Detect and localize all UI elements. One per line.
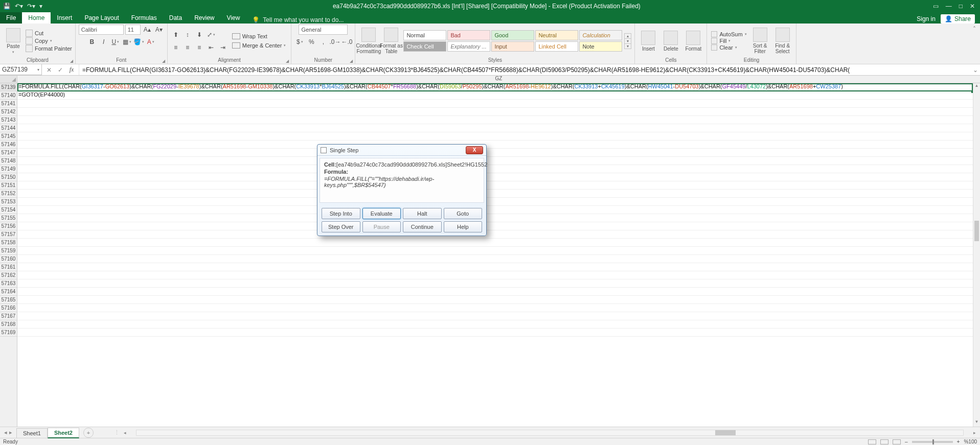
halt-button[interactable]: Halt — [403, 208, 442, 219]
scroll-left-icon[interactable]: ◂ — [122, 430, 129, 435]
save-icon[interactable]: 💾 — [3, 3, 11, 10]
format-cells-button[interactable]: Format — [683, 31, 703, 52]
row-header[interactable]: 57141 — [0, 100, 17, 108]
maximize-icon[interactable]: □ — [959, 3, 963, 10]
conditional-formatting-button[interactable]: Conditional Formatting — [358, 28, 379, 54]
row-header[interactable]: 57150 — [0, 173, 17, 181]
cut-button[interactable]: Cut — [26, 30, 72, 37]
row-header[interactable]: 57145 — [0, 132, 17, 140]
row-header[interactable]: 57167 — [0, 312, 17, 320]
row-header[interactable]: 57165 — [0, 296, 17, 304]
tab-page-layout[interactable]: Page Layout — [78, 12, 125, 24]
row-header[interactable]: 57169 — [0, 329, 17, 337]
step-into-button[interactable]: Step Into — [322, 208, 360, 219]
row-header[interactable]: 57148 — [0, 157, 17, 165]
border-button[interactable]: ▦ — [122, 37, 132, 47]
dialog-launcher-icon[interactable]: ◢ — [70, 59, 73, 63]
cell[interactable] — [17, 296, 980, 304]
dialog-launcher-icon[interactable]: ◢ — [162, 59, 165, 63]
cell[interactable] — [17, 279, 980, 288]
enter-formula-icon[interactable]: ✓ — [55, 66, 65, 74]
row-header[interactable]: 57158 — [0, 239, 17, 247]
increase-indent-button[interactable]: ⇥ — [218, 42, 228, 53]
cell[interactable] — [17, 198, 980, 206]
orientation-button[interactable]: ⤢ — [206, 30, 216, 40]
row-header[interactable]: 57139 — [0, 83, 17, 91]
zoom-slider[interactable] — [912, 441, 953, 443]
tell-me[interactable]: 💡 Tell me what you want to do... — [246, 16, 350, 24]
new-sheet-button[interactable]: + — [83, 428, 94, 438]
tab-nav[interactable]: ◂▸ — [0, 429, 16, 436]
align-right-button[interactable]: ≡ — [194, 42, 204, 53]
row-header[interactable]: 57159 — [0, 247, 17, 255]
row-header[interactable]: 57163 — [0, 279, 17, 288]
align-middle-button[interactable]: ↕ — [183, 30, 193, 40]
tab-data[interactable]: Data — [163, 12, 188, 24]
cell[interactable] — [17, 190, 980, 198]
row-header[interactable]: 57149 — [0, 165, 17, 173]
continue-button[interactable]: Continue — [403, 221, 442, 232]
decrease-decimal-button[interactable]: ←.0 — [341, 37, 352, 47]
horizontal-scrollbar[interactable]: ◂ ▸ — [120, 430, 980, 436]
ribbon-options-icon[interactable]: ▭ — [933, 3, 939, 10]
column-header-gz[interactable]: GZ — [495, 76, 503, 81]
formula-input[interactable]: =FORMULA.FILL(CHAR(GI36317-GO62613)&CHAR… — [79, 66, 971, 74]
minimize-icon[interactable]: — — [946, 3, 952, 10]
italic-button[interactable]: I — [99, 37, 109, 47]
row-header[interactable]: 57147 — [0, 149, 17, 157]
scroll-down-icon[interactable]: ▼ — [973, 419, 980, 427]
insert-function-icon[interactable]: fx — [66, 66, 77, 74]
zoom-out-button[interactable]: – — [905, 439, 908, 444]
cell[interactable] — [17, 271, 980, 279]
cell[interactable] — [17, 165, 980, 173]
row-header[interactable]: 57160 — [0, 255, 17, 263]
number-format-select[interactable] — [299, 25, 348, 35]
row-header[interactable]: 57153 — [0, 198, 17, 206]
format-as-table-button[interactable]: Format as Table — [381, 28, 401, 54]
cell[interactable] — [17, 116, 980, 124]
share-button[interactable]: 👤 Share — [941, 14, 975, 24]
style-note[interactable]: Note — [579, 41, 622, 52]
grow-font-button[interactable]: A▴ — [142, 25, 152, 35]
row-header[interactable]: 57168 — [0, 320, 17, 329]
style-input[interactable]: Input — [491, 41, 534, 52]
cell[interactable] — [17, 263, 980, 271]
pause-button[interactable]: Pause — [362, 221, 401, 232]
cell[interactable] — [17, 108, 980, 116]
clear-button[interactable]: Clear▾ — [710, 44, 747, 51]
row-header[interactable]: 57157 — [0, 230, 17, 239]
insert-cells-button[interactable]: Insert — [638, 31, 658, 52]
tab-insert[interactable]: Insert — [51, 12, 78, 24]
cell[interactable]: =FORMULA.FILL(CHAR(GI36317-GO62613)&CHAR… — [17, 83, 980, 91]
scroll-up-icon[interactable]: ▲ — [973, 83, 980, 90]
row-header[interactable]: 57162 — [0, 271, 17, 279]
cell[interactable] — [17, 312, 980, 320]
increase-decimal-button[interactable]: .0→ — [330, 37, 340, 47]
cell[interactable] — [17, 173, 980, 181]
zoom-value[interactable]: %100 — [964, 439, 977, 444]
column-headers[interactable]: GZ — [17, 76, 980, 83]
align-top-button[interactable]: ⬆ — [171, 30, 181, 40]
name-box[interactable]: GZ57139 — [0, 64, 42, 75]
cell[interactable] — [17, 329, 980, 337]
row-header[interactable]: 57156 — [0, 222, 17, 230]
format-painter-button[interactable]: Format Painter — [26, 45, 72, 52]
tab-formulas[interactable]: Formulas — [125, 12, 163, 24]
qa-customize-icon[interactable]: ▾ — [39, 3, 42, 10]
align-bottom-button[interactable]: ⬇ — [194, 30, 204, 40]
scroll-right-icon[interactable]: ▸ — [971, 430, 978, 435]
zoom-in-button[interactable]: + — [957, 439, 960, 444]
row-header[interactable]: 57155 — [0, 214, 17, 222]
help-button[interactable]: Help — [444, 221, 483, 232]
delete-cells-button[interactable]: Delete — [660, 31, 681, 52]
fill-color-button[interactable]: 🪣 — [134, 37, 144, 47]
cell[interactable] — [17, 149, 980, 157]
sheet-tab-sheet1[interactable]: Sheet1 — [16, 428, 48, 438]
decrease-indent-button[interactable]: ⇤ — [206, 42, 216, 53]
align-center-button[interactable]: ≡ — [183, 42, 193, 53]
style-linked[interactable]: Linked Cell — [535, 41, 578, 52]
view-page-layout-button[interactable] — [880, 439, 888, 444]
collapse-ribbon-icon[interactable]: ˄ — [969, 24, 980, 64]
goto-button[interactable]: Goto — [444, 208, 483, 219]
cancel-formula-icon[interactable]: ✕ — [44, 66, 54, 74]
